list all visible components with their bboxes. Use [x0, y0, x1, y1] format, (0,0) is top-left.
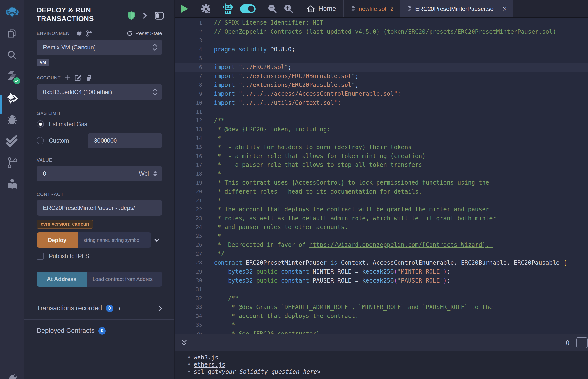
tab-erc20presetminterpauser-sol[interactable]: ERC20PresetMinterPauser.sol ×: [400, 0, 513, 17]
zoom-in-icon[interactable]: [284, 4, 294, 14]
code-line-30[interactable]: 30 bytes32 public constant PAUSER_ROLE =…: [175, 276, 588, 285]
copy-address-icon[interactable]: [86, 75, 92, 81]
code-line-19[interactable]: 19 * This contract uses {AccessControl} …: [175, 178, 588, 187]
plug-icon[interactable]: [76, 30, 82, 37]
code-line-29[interactable]: 29 bytes32 public constant MINTER_ROLE =…: [175, 267, 588, 276]
tab-newfile-sol[interactable]: newfile.sol 2: [343, 0, 400, 17]
custom-gas-radio[interactable]: [37, 137, 44, 144]
debugger-icon[interactable]: [6, 113, 18, 126]
code-line-22[interactable]: 22 * The account that deploys the contra…: [175, 205, 588, 214]
zoom-out-icon[interactable]: [268, 4, 278, 14]
code-line-36[interactable]: 36 * See {ERC20-constructor}.: [175, 330, 588, 334]
learneth-icon[interactable]: [6, 178, 18, 190]
line-number: 23: [175, 215, 210, 221]
git-icon[interactable]: [6, 156, 18, 169]
remix-logo[interactable]: [6, 6, 18, 18]
environment-select[interactable]: Remix VM (Cancun): [37, 40, 162, 55]
terminal: 0 •web3.js •ethers.js •sol-gpt <your Sol…: [175, 334, 588, 379]
reset-state-button[interactable]: Reset State: [126, 30, 162, 37]
transactions-recorded-row[interactable]: Transactions recorded 0 i: [24, 297, 174, 319]
line-number: 19: [175, 180, 210, 186]
code-line-21[interactable]: 21 *: [175, 196, 588, 205]
code-line-31[interactable]: 31: [175, 285, 588, 294]
code-line-28[interactable]: 28contract ERC20PresetMinterPauser is Co…: [175, 258, 588, 267]
terminal-output[interactable]: •web3.js •ethers.js •sol-gpt <your Solid…: [175, 351, 588, 379]
tab-home[interactable]: Home: [299, 0, 343, 17]
solidity-file-icon: [406, 6, 412, 12]
terminal-link-ethersjs[interactable]: ethers.js: [194, 361, 225, 368]
close-tab-icon[interactable]: ×: [503, 5, 507, 13]
code-line-5[interactable]: 5: [175, 54, 588, 63]
code-line-15[interactable]: 15 * - ability for holders to burn (dest…: [175, 142, 588, 151]
code-line-27[interactable]: 27 */: [175, 249, 588, 258]
code-line-34[interactable]: 34 * account that deploys the contract.: [175, 312, 588, 320]
info-icon[interactable]: i: [118, 305, 120, 312]
custom-gas-input[interactable]: 3000000: [88, 133, 162, 148]
expand-constructor-args-icon[interactable]: [151, 238, 162, 242]
code-line-4[interactable]: 4pragma solidity ^0.8.0;: [175, 45, 588, 54]
terminal-listen-count: 0: [566, 339, 570, 347]
unit-stepper-icon[interactable]: [153, 171, 157, 177]
solidity-compiler-icon[interactable]: [6, 70, 18, 83]
plugin-manager-icon[interactable]: [6, 373, 18, 379]
file-explorer-icon[interactable]: [6, 27, 18, 40]
run-script-icon[interactable]: [180, 4, 189, 14]
code-line-20[interactable]: 20 * different roles - head to its docum…: [175, 187, 588, 196]
line-number: 4: [175, 47, 210, 52]
code-line-1[interactable]: 1// SPDX-License-Identifier: MIT: [175, 18, 588, 27]
terminal-solgpt-hint: <your Solidity question here>: [218, 368, 321, 375]
code-line-25[interactable]: 25 *: [175, 232, 588, 240]
estimated-gas-radio[interactable]: [37, 120, 44, 128]
value-input[interactable]: 0 Wei: [37, 166, 162, 181]
terminal-collapse-icon[interactable]: [181, 339, 187, 347]
code-line-12[interactable]: 12/**: [175, 116, 588, 125]
code-line-14[interactable]: 14 *: [175, 134, 588, 142]
code-line-2[interactable]: 2// OpenZeppelin Contracts (last updated…: [175, 27, 588, 36]
chevron-right-icon[interactable]: [143, 12, 147, 19]
pin-panel-icon[interactable]: [154, 12, 164, 20]
ai-copilot-toggle[interactable]: [240, 4, 256, 13]
code-line-24[interactable]: 24 * and pauser roles to other accounts.: [175, 223, 588, 232]
compile-run-settings-icon[interactable]: [201, 4, 211, 14]
deploy-button[interactable]: Deploy: [37, 233, 78, 248]
code-line-33[interactable]: 33 * @dev Grants `DEFAULT_ADMIN_ROLE`, `…: [175, 303, 588, 312]
contract-select[interactable]: ERC20PresetMinterPauser - .deps/: [37, 200, 162, 216]
ai-assistant-robot-icon[interactable]: [223, 3, 234, 15]
constructor-args-input[interactable]: string name, string symbol: [78, 233, 151, 248]
account-label: ACCOUNT: [37, 75, 61, 80]
search-icon[interactable]: [6, 49, 18, 62]
publish-ipfs-checkbox[interactable]: [37, 253, 44, 260]
code-line-17[interactable]: 17 * - a pauser role that allows to stop…: [175, 160, 588, 169]
at-address-button[interactable]: At Address: [37, 271, 87, 287]
line-number: 24: [175, 224, 210, 230]
code-line-3[interactable]: 3: [175, 36, 588, 45]
code-line-9[interactable]: 9import "../../../access/AccessControlEn…: [175, 89, 588, 98]
line-number: 31: [175, 286, 210, 292]
code-line-11[interactable]: 11: [175, 107, 588, 116]
code-line-10[interactable]: 10import "../../../utils/Context.sol";: [175, 98, 588, 107]
code-line-7[interactable]: 7import "../extensions/ERC20Burnable.sol…: [175, 72, 588, 80]
unit-testing-icon[interactable]: [6, 135, 18, 147]
code-line-8[interactable]: 8import "../extensions/ERC20Pausable.sol…: [175, 80, 588, 89]
value-unit-select[interactable]: Wei: [139, 170, 149, 177]
terminal-link-web3js[interactable]: web3.js: [194, 354, 218, 361]
account-select[interactable]: 0x5B3...eddC4 (100 ether): [37, 84, 162, 100]
line-number: 17: [175, 162, 210, 168]
fork-environment-icon[interactable]: [86, 30, 92, 37]
code-line-13[interactable]: 13 * @dev {ERC20} token, including:: [175, 125, 588, 134]
expand-transactions-icon[interactable]: [158, 305, 162, 312]
deploy-run-icon[interactable]: [6, 92, 18, 105]
code-line-18[interactable]: 18 *: [175, 170, 588, 178]
line-number: 7: [175, 73, 210, 79]
code-line-35[interactable]: 35 *: [175, 320, 588, 329]
code-line-16[interactable]: 16 * - a minter role that allows for tok…: [175, 152, 588, 160]
code-line-32[interactable]: 32 /**: [175, 294, 588, 302]
edit-account-icon[interactable]: [75, 75, 82, 81]
code-editor[interactable]: 1// SPDX-License-Identifier: MIT2// Open…: [175, 17, 588, 334]
at-address-input[interactable]: Load contract from Addres: [87, 271, 162, 287]
code-line-23[interactable]: 23 * roles, as well as the default admin…: [175, 214, 588, 223]
code-line-6[interactable]: 6import "../ERC20.sol";: [175, 63, 588, 72]
add-account-icon[interactable]: [64, 75, 70, 81]
code-line-26[interactable]: 26 * _Deprecated in favor of https://wiz…: [175, 240, 588, 249]
terminal-listen-checkbox[interactable]: [576, 337, 588, 348]
